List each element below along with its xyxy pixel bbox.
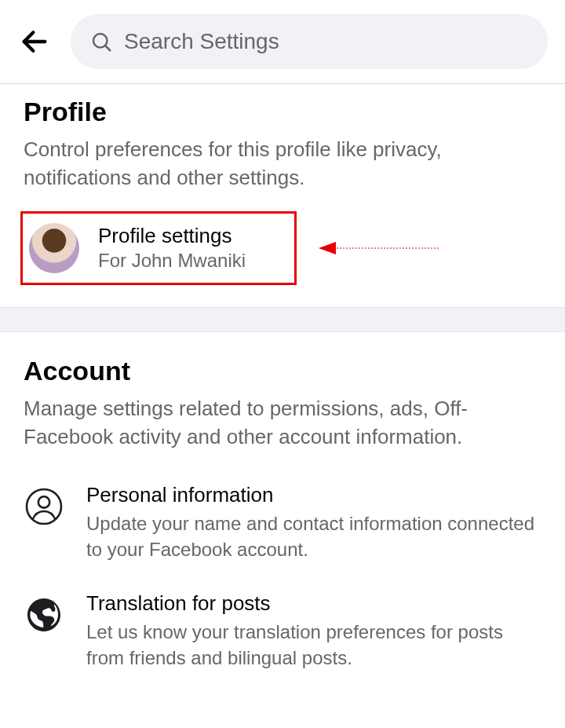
globe-icon <box>24 594 64 635</box>
profile-settings-item[interactable]: Profile settings For John Mwaniki <box>20 211 297 285</box>
account-section: Account Manage settings related to permi… <box>0 332 565 709</box>
profile-section: Profile Control preferences for this pro… <box>0 84 565 307</box>
item-title: Personal information <box>86 483 541 507</box>
personal-information-item[interactable]: Personal information Update your name an… <box>24 470 541 579</box>
translation-item[interactable]: Translation for posts Let us know your t… <box>24 579 541 687</box>
svg-point-5 <box>27 489 61 524</box>
account-title: Account <box>24 356 541 386</box>
person-icon <box>24 486 64 527</box>
header-bar: Search Settings <box>0 0 565 83</box>
section-gap <box>0 307 565 332</box>
account-description: Manage settings related to permissions, … <box>24 394 541 452</box>
item-title: Translation for posts <box>86 591 541 616</box>
search-placeholder: Search Settings <box>124 29 279 54</box>
back-button[interactable] <box>17 24 52 59</box>
profile-description: Control preferences for this profile lik… <box>24 135 541 192</box>
svg-marker-4 <box>319 242 336 254</box>
svg-line-2 <box>105 46 110 50</box>
svg-point-6 <box>38 496 49 507</box>
profile-card-subtitle: For John Mwaniki <box>98 250 246 272</box>
profile-card-title: Profile settings <box>98 224 246 248</box>
item-subtitle: Let us know your translation preferences… <box>86 619 541 671</box>
arrow-left-icon <box>19 26 50 57</box>
profile-title: Profile <box>24 97 541 127</box>
search-input[interactable]: Search Settings <box>71 14 548 69</box>
annotation-arrow-icon <box>317 236 443 260</box>
item-subtitle: Update your name and contact information… <box>86 510 541 563</box>
search-icon <box>89 30 113 53</box>
avatar <box>29 223 79 273</box>
